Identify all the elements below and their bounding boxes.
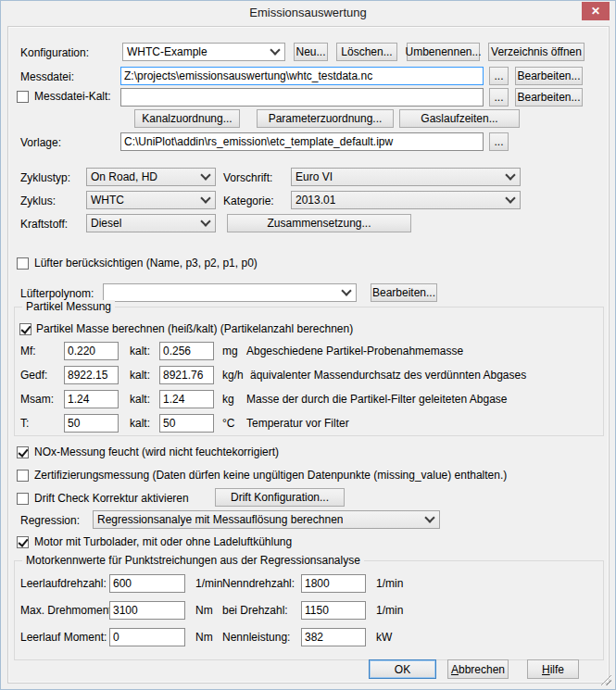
t-label: T: <box>20 414 29 433</box>
bei-drehzahl-input[interactable] <box>301 601 366 620</box>
messdatei-input[interactable] <box>120 67 484 85</box>
zyklus-combo[interactable]: WHTC <box>86 191 216 209</box>
zertifizierung-checkbox[interactable] <box>17 470 29 482</box>
msam-kalt-input[interactable] <box>159 390 214 408</box>
drift-checkbox[interactable] <box>17 493 29 505</box>
close-icon: ✕ <box>591 5 600 18</box>
chevron-down-icon <box>200 193 210 203</box>
kraftstoff-combo[interactable]: Diesel <box>86 214 216 232</box>
konfiguration-label: Konfiguration: <box>20 44 89 62</box>
delete-button[interactable]: Löschen... <box>336 43 397 61</box>
messdatei-kalt-edit-button[interactable]: Bearbeiten... <box>515 88 583 107</box>
drift-konfiguration-button[interactable]: Drift Konfiguration... <box>215 488 345 507</box>
messdatei-label: Messdatei: <box>20 68 74 86</box>
partikel-masse-label: Partikel Masse berechnen (heiß/kalt) (Pa… <box>36 322 353 336</box>
new-button[interactable]: Neu... <box>294 43 328 61</box>
vorlage-input[interactable] <box>120 132 484 151</box>
gedf-input[interactable] <box>64 366 119 384</box>
gedf-kalt-input[interactable] <box>159 366 214 384</box>
mf-unit: mg <box>222 342 238 360</box>
leerlauf-moment-input[interactable] <box>109 628 185 646</box>
nennleistung-label: Nennleistung: <box>222 628 290 646</box>
parameterzuordnung-button[interactable]: Parameterzuordnung... <box>257 109 394 128</box>
vorlage-label: Vorlage: <box>20 133 61 152</box>
messdatei-kalt-input[interactable] <box>120 88 484 107</box>
title-bar[interactable]: Emissionsauswertung <box>1 1 615 25</box>
leerlaufdrehzahl-input[interactable] <box>109 574 185 593</box>
dialog-title: Emissionsauswertung <box>249 6 366 19</box>
cancel-button[interactable]: Abbrechen <box>447 659 509 679</box>
max-drehmoment-input[interactable] <box>109 601 185 620</box>
messdatei-browse-button[interactable]: ... <box>489 67 509 85</box>
messdatei-kalt-checkbox[interactable] <box>17 91 29 103</box>
nenndrehzahl-unit: 1/min <box>376 574 403 593</box>
gedf-unit: kg/h <box>222 366 244 384</box>
mf-kalt-label: kalt: <box>130 342 150 360</box>
partikel-group-title: Partikel Messung <box>22 300 115 314</box>
chevron-down-icon <box>270 44 280 55</box>
messdatei-edit-button[interactable]: Bearbeiten... <box>515 67 583 85</box>
kategorie-combo[interactable]: 2013.01 <box>291 191 521 209</box>
vorschrift-label: Vorschrift: <box>223 169 272 187</box>
nennleistung-input[interactable] <box>301 628 366 646</box>
leerlaufdrehzahl-unit: 1/min <box>195 574 222 593</box>
leerlauf-moment-unit: Nm <box>195 628 213 646</box>
vorlage-browse-button[interactable]: ... <box>489 132 509 151</box>
regression-label: Regression: <box>20 511 80 530</box>
kategorie-label: Kategorie: <box>223 192 274 210</box>
t-unit: °C <box>222 414 234 433</box>
regression-combo[interactable]: Regressionsanalye mit Messauflösung bere… <box>93 510 440 529</box>
nox-label: NOx-Messung feucht (wird nicht feuchteko… <box>34 445 279 459</box>
nennleistung-unit: kW <box>376 628 392 646</box>
konfiguration-combo[interactable]: WHTC-Example <box>122 43 285 61</box>
gaslaufzeiten-button[interactable]: Gaslaufzeiten... <box>399 109 520 128</box>
leerlauf-moment-label: Leerlauf Moment: <box>20 628 107 646</box>
drift-label: Drift Check Korrektur aktivieren <box>34 492 189 506</box>
vorschrift-combo[interactable]: Euro VI <box>291 168 521 186</box>
zertifizierung-label: Zertifizierungsmessung (Daten dürfen kei… <box>34 469 507 483</box>
leerlaufdrehzahl-label: Leerlaufdrehzahl: <box>20 574 107 593</box>
partikel-masse-checkbox[interactable] <box>19 323 31 335</box>
msam-description: Masse der durch die Partikel-Filter gele… <box>246 390 507 408</box>
emissions-dialog: Emissionsauswertung ✕ Konfiguration: WHT… <box>0 0 616 690</box>
help-button[interactable]: Hilfe <box>527 659 579 679</box>
msam-input[interactable] <box>64 390 119 408</box>
gedf-label: Gedf: <box>20 366 47 384</box>
nenndrehzahl-input[interactable] <box>301 574 366 593</box>
gedf-kalt-label: kalt: <box>130 366 150 384</box>
mf-label: Mf: <box>20 342 36 360</box>
konfiguration-value: WHTC-Example <box>127 45 207 58</box>
luefterpolynom-edit-button[interactable]: Bearbeiten... <box>371 283 437 302</box>
kanalzuordnung-button[interactable]: Kanalzuordnung... <box>134 109 240 128</box>
mf-input[interactable] <box>64 342 119 360</box>
close-button[interactable]: ✕ <box>582 2 610 20</box>
max-drehmoment-label: Max. Drehmoment : <box>20 601 118 620</box>
ok-button[interactable]: OK <box>369 659 436 679</box>
luefter-checkbox[interactable] <box>17 257 29 270</box>
msam-label: Msam: <box>20 390 54 408</box>
zusammensetzung-button[interactable]: Zusammensetzung... <box>227 214 411 232</box>
messdatei-kalt-browse-button[interactable]: ... <box>489 88 509 107</box>
nox-checkbox[interactable] <box>17 446 29 458</box>
rename-button[interactable]: Umbenennen... <box>407 43 480 61</box>
mf-kalt-input[interactable] <box>159 342 214 360</box>
zyklustyp-combo[interactable]: On Road, HD <box>86 168 216 186</box>
t-kalt-input[interactable] <box>159 414 214 433</box>
chevron-down-icon <box>505 193 515 203</box>
luefter-label: Lüfter berücksichtigen (Name, p3, p2, p1… <box>34 257 258 270</box>
msam-kalt-label: kalt: <box>130 390 150 408</box>
luefterpolynom-combo[interactable] <box>103 283 357 302</box>
chevron-down-icon <box>200 216 210 226</box>
t-kalt-label: kalt: <box>130 414 150 433</box>
msam-unit: kg <box>222 390 234 408</box>
turbolader-label: Motor mit Turbolader, mit oder ohne Lade… <box>34 535 292 549</box>
mf-description: Abgeschiedene Partikel-Probenahmemasse <box>246 342 463 360</box>
chevron-down-icon <box>200 169 210 180</box>
kraftstoff-label: Kraftstoff: <box>20 215 68 233</box>
bei-drehzahl-label: bei Drehzahl: <box>222 601 288 620</box>
chevron-down-icon <box>505 169 515 180</box>
bei-drehzahl-unit: 1/min <box>376 601 403 620</box>
t-input[interactable] <box>64 414 119 433</box>
turbolader-checkbox[interactable] <box>17 536 29 548</box>
open-directory-button[interactable]: Verzeichnis öffnen <box>488 43 585 61</box>
